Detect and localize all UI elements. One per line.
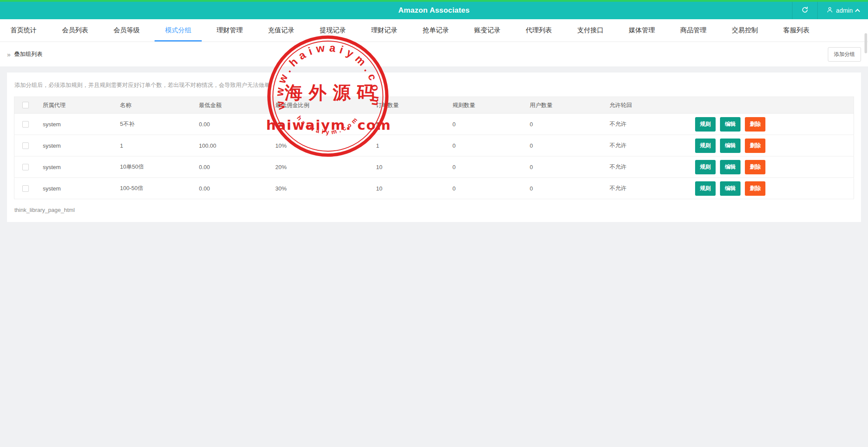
breadcrumb-bar: » 叠加组列表 添加分组 <box>0 42 868 66</box>
table-row: system1100.0010%100不允许规则编辑删除 <box>14 135 854 156</box>
add-group-button[interactable]: 添加分组 <box>828 47 861 62</box>
table-cell: 10单50倍 <box>120 156 199 178</box>
row-checkbox[interactable] <box>22 121 29 128</box>
table-cell: system <box>43 135 120 156</box>
delete-button[interactable]: 删除 <box>745 181 765 196</box>
table-cell: 不允许 <box>610 114 681 135</box>
rule-button[interactable]: 规则 <box>695 181 716 196</box>
nav-tab-14[interactable]: 商品管理 <box>670 19 717 42</box>
table-cell: 0.00 <box>199 114 276 135</box>
groups-table: 所属代理 名称 最低金额 最低佣金比例 订单数量 规则数量 用户数量 允许轮回 … <box>14 97 854 199</box>
select-all-checkbox[interactable] <box>22 102 29 108</box>
table-cell: 5不补 <box>120 114 199 135</box>
table-row: system5不补0.001%500不允许规则编辑删除 <box>14 114 854 135</box>
nav-tab-12[interactable]: 支付接口 <box>567 19 614 42</box>
nav-tab-7[interactable]: 提现记录 <box>309 19 356 42</box>
table-cell: 0 <box>530 156 610 178</box>
row-checkbox[interactable] <box>22 164 29 170</box>
nav-tab-11[interactable]: 代理列表 <box>515 19 562 42</box>
nav-tab-2[interactable]: 会员列表 <box>52 19 99 42</box>
table-cell: 不允许 <box>610 135 681 156</box>
user-menu[interactable]: admin <box>817 2 868 19</box>
row-checkbox[interactable] <box>22 142 29 149</box>
app-header: Amazon Associates admin <box>0 0 868 19</box>
col-name: 名称 <box>120 97 199 114</box>
table-cell: system <box>43 178 120 199</box>
table-cell: 100.00 <box>199 135 276 156</box>
user-icon <box>827 7 833 14</box>
col-recycle: 允许轮回 <box>610 97 681 114</box>
nav-tab-6[interactable]: 充值记录 <box>258 19 305 42</box>
row-checkbox[interactable] <box>22 185 29 192</box>
table-row: system100-50倍0.0030%1000不允许规则编辑删除 <box>14 178 854 199</box>
table-cell: 0 <box>452 156 530 178</box>
scrollbar-thumb[interactable] <box>865 33 867 53</box>
nav-tab-3[interactable]: 会员等级 <box>103 19 150 42</box>
nav-tab-9[interactable]: 抢单记录 <box>412 19 459 42</box>
breadcrumb: 叠加组列表 <box>14 50 42 58</box>
nav-tab-10[interactable]: 账变记录 <box>464 19 511 42</box>
delete-button[interactable]: 删除 <box>745 117 765 132</box>
edit-button[interactable]: 编辑 <box>720 139 741 153</box>
table-cell: system <box>43 114 120 135</box>
table-cell: 100-50倍 <box>120 178 199 199</box>
col-min-amount: 最低金额 <box>199 97 276 114</box>
rule-button[interactable]: 规则 <box>695 117 716 132</box>
table-cell: 0 <box>530 135 610 156</box>
col-commission: 最低佣金比例 <box>276 97 376 114</box>
table-cell: system <box>43 156 120 178</box>
table-cell: 0 <box>452 135 530 156</box>
edit-button[interactable]: 编辑 <box>720 181 741 196</box>
table-cell: 20% <box>276 156 376 178</box>
nav-tab-5[interactable]: 理财管理 <box>206 19 253 42</box>
table-cell: 0.00 <box>199 156 276 178</box>
nav-tab-8[interactable]: 理财记录 <box>361 19 408 42</box>
nav-tab-4[interactable]: 模式分组 <box>155 19 202 42</box>
refresh-icon <box>801 6 809 15</box>
watermark-stamp: www.haiwaiym.com 海外源码 haiwaiym. com haiw… <box>0 0 868 447</box>
table-cell: 1 <box>376 135 452 156</box>
delete-button[interactable]: 删除 <box>745 160 765 174</box>
col-agent: 所属代理 <box>43 97 120 114</box>
delete-button[interactable]: 删除 <box>745 139 765 153</box>
table-cell: 不允许 <box>610 178 681 199</box>
table-cell: 0.00 <box>199 178 276 199</box>
edit-button[interactable]: 编辑 <box>720 117 741 132</box>
table-cell: 30% <box>276 178 376 199</box>
table-cell: 10% <box>276 135 376 156</box>
table-cell: 5 <box>376 114 452 135</box>
col-orders: 订单数量 <box>376 97 452 114</box>
table-cell: 0 <box>452 178 530 199</box>
rule-button[interactable]: 规则 <box>695 160 716 174</box>
table-header-row: 所属代理 名称 最低金额 最低佣金比例 订单数量 规则数量 用户数量 允许轮回 <box>14 97 854 114</box>
chevron-up-icon <box>855 9 860 14</box>
table-cell: 0 <box>530 114 610 135</box>
col-rules: 规则数量 <box>452 97 530 114</box>
table-cell: 1 <box>120 135 199 156</box>
table-cell: 10 <box>376 178 452 199</box>
nav-tab-1[interactable]: 首页统计 <box>0 19 47 42</box>
col-actions <box>681 97 854 114</box>
hint-text: 添加分组后，必须添加规则，并且规则需要对应好订单个数，若出现不对称情况，会导致用… <box>14 81 854 89</box>
debug-footer-text: think_library_page_html <box>14 199 854 215</box>
table-row: system10单50倍0.0020%1000不允许规则编辑删除 <box>14 156 854 178</box>
breadcrumb-arrow-icon: » <box>7 51 10 58</box>
table-cell: 0 <box>452 114 530 135</box>
nav-tabs: 首页统计会员列表会员等级模式分组理财管理充值记录提现记录理财记录抢单记录账变记录… <box>0 19 868 42</box>
content-panel: 添加分组后，必须添加规则，并且规则需要对应好订单个数，若出现不对称情况，会导致用… <box>7 73 861 222</box>
nav-tab-15[interactable]: 交易控制 <box>721 19 768 42</box>
edit-button[interactable]: 编辑 <box>720 160 741 174</box>
nav-tab-16[interactable]: 客服列表 <box>773 19 820 42</box>
table-cell: 1% <box>276 114 376 135</box>
app-title: Amazon Associates <box>0 6 868 15</box>
username: admin <box>836 7 853 14</box>
table-cell: 不允许 <box>610 156 681 178</box>
refresh-button[interactable] <box>792 2 817 19</box>
rule-button[interactable]: 规则 <box>695 139 716 153</box>
nav-tab-13[interactable]: 媒体管理 <box>618 19 665 42</box>
table-cell: 0 <box>530 178 610 199</box>
col-users: 用户数量 <box>530 97 610 114</box>
table-cell: 10 <box>376 156 452 178</box>
